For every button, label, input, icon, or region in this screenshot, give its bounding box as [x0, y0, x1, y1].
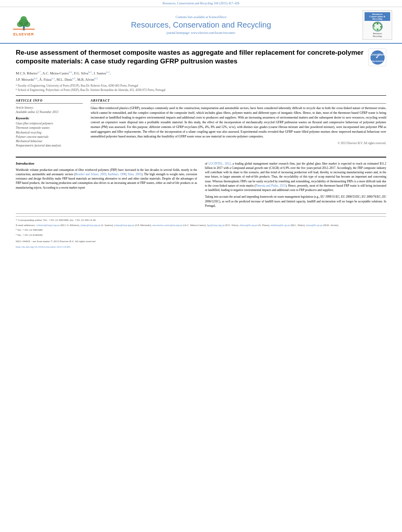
abstract-text: Glass fibre-reinforced plastics (GFRP), …: [91, 106, 386, 139]
affiliation-b: ᵇ School of Engineering, Polytechnic of …: [16, 88, 386, 93]
footnote-emails: E-mail addresses: cribeiro@inegi.iup.pt …: [16, 223, 386, 228]
svg-text:✓: ✓: [375, 54, 380, 60]
resources-logo-bottom-text: ResourcesRecycling: [373, 32, 382, 38]
footnote-1: ¹ Tel.: +351 22 5081989.: [16, 228, 386, 232]
journal-header-center: Contents lists available at ScienceDirec…: [43, 15, 359, 35]
ref-karbhari[interactable]: Karbhari, 1998: [108, 172, 126, 176]
ref-sims[interactable]: Sims, 2001: [128, 172, 141, 176]
keyword-4: Polymer concrete materials: [16, 135, 83, 139]
email-mldinis[interactable]: mldinis@fe.up.pt: [271, 224, 290, 227]
keyword-2: Thermoset composite wastes: [16, 126, 83, 130]
article-title-section: Re-use assessment of thermoset composite…: [16, 48, 386, 66]
svg-point-4: [20, 16, 27, 22]
email-afiuza[interactable]: afiuza@fe.up.pt: [240, 224, 257, 227]
affiliation-a: ᵃ Faculty of Engineering, University of …: [16, 84, 386, 88]
article-info-abstract: ARTICLE INFO Article history: Available …: [16, 99, 386, 152]
sciencedirect-link-text[interactable]: ScienceDirect: [209, 15, 227, 19]
svg-point-3: [24, 22, 30, 27]
ref-pimenta[interactable]: Pimenta and Pinho, 2011: [255, 184, 285, 187]
intro-heading: Introduction: [16, 161, 197, 165]
footer-issn: 0921-3449/$ – see front matter © 2013 El…: [16, 240, 96, 243]
resources-logo-container: Resources Conservation & Recycling Resou…: [363, 10, 394, 40]
footer-issn-row: 0921-3449/$ – see front matter © 2013 El…: [16, 239, 386, 244]
journal-homepage: journal homepage: www.elsevier.com/locat…: [43, 31, 359, 35]
resources-logo-top-text: Resources Conservation & Recycling: [365, 12, 390, 21]
keyword-1: Glass fibre reinforced polymers: [16, 121, 83, 126]
abstract-heading: ABSTRACT: [91, 99, 386, 104]
email-cribeiro[interactable]: cribeiro@inegi.iup.pt: [36, 224, 60, 227]
body-two-col: Introduction Worldwide volume production…: [16, 161, 386, 211]
resources-logo: Resources Conservation & Recycling Resou…: [363, 10, 392, 40]
page-wrapper: Resources, Conservation and Recycling 10…: [0, 0, 402, 532]
intro-right-p2: Taking into account the actual and impen…: [205, 195, 386, 208]
affiliations: ᵃ Faculty of Engineering, University of …: [16, 84, 386, 92]
email-fgs[interactable]: fgs@isep.ipp.pt: [207, 224, 224, 227]
elsevier-tree-icon: [13, 14, 35, 32]
keyword-6: Nonparametric factorial data analysis: [16, 143, 83, 148]
keywords-section: Keywords: Glass fibre reinforced polymer…: [16, 117, 83, 148]
page-footer: * Corresponding author. Tel.: +351 22 50…: [16, 213, 386, 248]
footnote-star: * Corresponding author. Tel.: +351 22 50…: [16, 218, 386, 222]
elsevier-logo-container: ELSEVIER: [8, 14, 39, 36]
intro-left-p1: Worldwide volume production and consumpt…: [16, 168, 197, 190]
crossmark-icon: CrossMark ✓ Maintaining research integri…: [370, 50, 385, 65]
article-info: ARTICLE INFO Article history: Available …: [16, 99, 83, 148]
email-meira[interactable]: ana.meira.castro@eu.ipp.pt: [152, 224, 182, 227]
email-mma[interactable]: mma@fe.up.pt: [306, 224, 322, 227]
crossmark-logo[interactable]: CrossMark ✓ Maintaining research integri…: [368, 48, 386, 66]
keywords-title: Keywords:: [16, 117, 83, 120]
authors: M.C.S. Ribeiroa,*, A.C. Meira-Castrob,2,…: [16, 70, 386, 82]
journal-header: ELSEVIER Contents lists available at Sci…: [0, 7, 402, 44]
ref-broekel[interactable]: Broekel and Scharr, 2005: [75, 172, 106, 176]
main-content: Re-use assessment of thermoset composite…: [0, 44, 402, 256]
ref-lucintel[interactable]: LUCINTEL, 2012: [208, 162, 231, 165]
elsevier-label: ELSEVIER: [13, 32, 34, 36]
authors-text-2: J.P. Meixedob,2, Á. Fiúzaa,1, M.L. Dinis…: [16, 78, 98, 82]
footnote-2: ² Tel.: +351 22 8340500.: [16, 233, 386, 237]
keyword-5: Mechanical behaviour: [16, 139, 83, 143]
authors-text: M.C.S. Ribeiroa,*, A.C. Meira-Castrob,2,…: [16, 71, 110, 75]
history-available: Available online 12 November 2013: [16, 110, 58, 114]
body-right: of LUCINTEL, 2012, a leading global mana…: [205, 161, 386, 211]
svg-point-2: [17, 22, 23, 27]
history-heading: Article history:: [16, 106, 34, 109]
email-johps1[interactable]: johps@isep.ipp.pt: [80, 224, 100, 227]
resources-logo-icon: [370, 21, 385, 32]
intro-right-p1: of LUCINTEL, 2012, a leading global mana…: [205, 161, 386, 193]
doi-link[interactable]: http://dx.doi.org/10.1016/j.resconrec.20…: [16, 245, 71, 248]
svg-rect-5: [13, 29, 35, 30]
sciencedirect-note: Contents lists available at ScienceDirec…: [43, 15, 359, 19]
journal-title: Resources, Conservation and Recycling: [43, 20, 359, 30]
abstract-copyright: © 2013 Elsevier B.V. All rights reserved…: [91, 141, 386, 145]
citation-text: Resources, Conservation and Recycling 10…: [163, 2, 240, 5]
email-johps2[interactable]: johps@isep.ipp.pt: [114, 224, 134, 227]
article-info-col: ARTICLE INFO Article history: Available …: [16, 99, 83, 152]
article-title: Re-use assessment of thermoset composite…: [16, 48, 365, 66]
elsevier-logo: ELSEVIER: [8, 14, 39, 36]
body-divider: [16, 157, 386, 158]
article-history: Article history: Available online 12 Nov…: [16, 106, 83, 114]
svg-text:Maintaining research integrity: Maintaining research integrity: [370, 60, 385, 62]
article-info-heading: ARTICLE INFO: [16, 99, 83, 104]
header-divider: [16, 95, 386, 96]
keyword-3: Mechanical recycling: [16, 130, 83, 135]
footer-hr: [16, 216, 386, 217]
homepage-url[interactable]: www.elsevier.com/locate/resconrec: [191, 31, 235, 35]
body-left: Introduction Worldwide volume production…: [16, 161, 197, 211]
citation-bar: Resources, Conservation and Recycling 10…: [0, 0, 402, 7]
footer-doi[interactable]: http://dx.doi.org/10.1016/j.resconrec.20…: [16, 245, 386, 248]
abstract-col: ABSTRACT Glass fibre-reinforced plastics…: [91, 99, 386, 152]
